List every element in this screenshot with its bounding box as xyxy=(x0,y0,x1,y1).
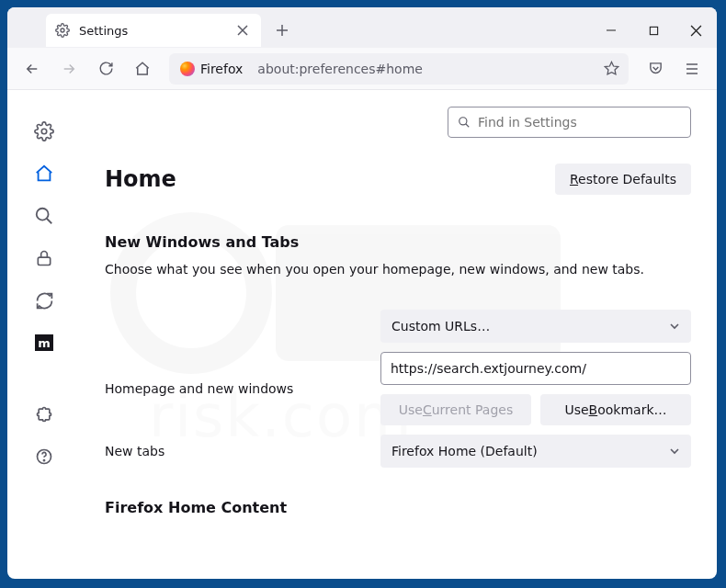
newtabs-mode-select[interactable]: Firefox Home (Default) xyxy=(380,435,691,468)
sidebar-item-home[interactable] xyxy=(25,154,63,193)
sidebar-item-more-mozilla[interactable]: m xyxy=(25,323,63,362)
svg-point-6 xyxy=(41,129,47,134)
svg-text:m: m xyxy=(38,336,51,350)
hamburger-icon xyxy=(685,62,699,76)
tab-close-button[interactable] xyxy=(233,21,252,40)
close-icon xyxy=(690,25,702,37)
pocket-icon xyxy=(648,61,664,76)
tab-title: Settings xyxy=(79,24,224,38)
homepage-url-input[interactable] xyxy=(380,352,691,385)
forward-button[interactable] xyxy=(53,53,85,85)
gear-icon xyxy=(55,23,70,38)
restore-defaults-button[interactable]: RRestore Defaultsestore Defaults xyxy=(555,164,691,195)
homepage-mode-select[interactable]: Custom URLs… xyxy=(380,310,691,343)
firefox-icon xyxy=(180,62,195,76)
tab-settings[interactable]: Settings xyxy=(46,14,261,47)
home-icon xyxy=(134,61,151,77)
chevron-down-icon xyxy=(669,321,680,332)
use-bookmark-button[interactable]: Use Bookmark… xyxy=(540,394,691,425)
search-icon xyxy=(458,116,471,129)
identity-label: Firefox xyxy=(200,62,243,76)
preferences-page: m Home RRestore Defaultsestore Defaults … xyxy=(7,90,717,579)
newtabs-label: New tabs xyxy=(105,444,362,458)
identity-box[interactable]: Firefox xyxy=(178,60,250,78)
svg-point-13 xyxy=(459,118,467,125)
arrow-right-icon xyxy=(61,61,77,77)
nav-toolbar: Firefox about:preferences#home xyxy=(7,48,717,90)
window-controls xyxy=(590,13,717,48)
url-bar[interactable]: Firefox about:preferences#home xyxy=(169,53,629,85)
home-icon xyxy=(34,164,54,184)
home-button[interactable] xyxy=(127,53,158,85)
new-tab-button[interactable] xyxy=(268,17,296,44)
puzzle-icon xyxy=(35,405,53,424)
sidebar-item-search[interactable] xyxy=(25,197,63,235)
svg-rect-4 xyxy=(650,27,657,34)
sidebar-item-general[interactable] xyxy=(25,112,63,151)
star-icon xyxy=(604,61,619,76)
section-firefox-home-content: Firefox Home Content xyxy=(105,499,691,516)
lock-icon xyxy=(35,248,53,268)
select-value: Firefox Home (Default) xyxy=(391,444,538,458)
homepage-label: Homepage and new windows xyxy=(105,381,362,396)
svg-marker-5 xyxy=(605,62,618,74)
app-menu-button[interactable] xyxy=(676,53,708,85)
mozilla-icon: m xyxy=(33,332,55,354)
search-icon xyxy=(34,206,54,226)
page-title: Home xyxy=(105,166,176,192)
use-current-pages-button[interactable]: Use Current Pages xyxy=(380,394,531,425)
section-description: Choose what you see when you open your h… xyxy=(105,260,691,278)
help-icon xyxy=(35,447,53,466)
save-to-pocket-button[interactable] xyxy=(640,53,671,85)
svg-point-3 xyxy=(61,28,64,32)
svg-point-7 xyxy=(37,209,49,220)
sidebar-item-sync[interactable] xyxy=(25,281,63,320)
svg-rect-8 xyxy=(38,257,50,265)
maximize-icon xyxy=(649,26,659,36)
svg-point-12 xyxy=(43,460,44,461)
minimize-icon xyxy=(606,25,617,36)
reload-icon xyxy=(98,61,114,76)
back-button[interactable] xyxy=(17,53,48,85)
close-icon xyxy=(237,25,248,36)
sidebar-item-privacy[interactable] xyxy=(25,239,63,277)
reload-button[interactable] xyxy=(90,53,121,85)
maximize-button[interactable] xyxy=(632,13,675,48)
arrow-left-icon xyxy=(24,61,40,77)
sidebar-item-support[interactable] xyxy=(25,437,63,476)
url-text: about:preferences#home xyxy=(257,62,596,76)
select-value: Custom URLs… xyxy=(391,319,490,334)
preferences-main: Home RRestore Defaultsestore Defaults Ne… xyxy=(81,90,717,579)
find-input[interactable] xyxy=(478,115,681,130)
bookmark-star-button[interactable] xyxy=(604,61,619,76)
category-sidebar: m xyxy=(7,90,81,579)
close-window-button[interactable] xyxy=(675,13,717,48)
chevron-down-icon xyxy=(669,446,680,457)
browser-window: risk.com Settings xyxy=(7,7,717,579)
gear-icon xyxy=(34,121,54,141)
plus-icon xyxy=(276,24,289,37)
section-new-windows-tabs: New Windows and Tabs xyxy=(105,233,691,251)
minimize-button[interactable] xyxy=(590,13,632,48)
sidebar-item-extensions[interactable] xyxy=(25,395,63,434)
find-in-settings[interactable] xyxy=(448,107,691,138)
tab-strip: Settings xyxy=(7,7,717,48)
sync-icon xyxy=(35,291,54,311)
